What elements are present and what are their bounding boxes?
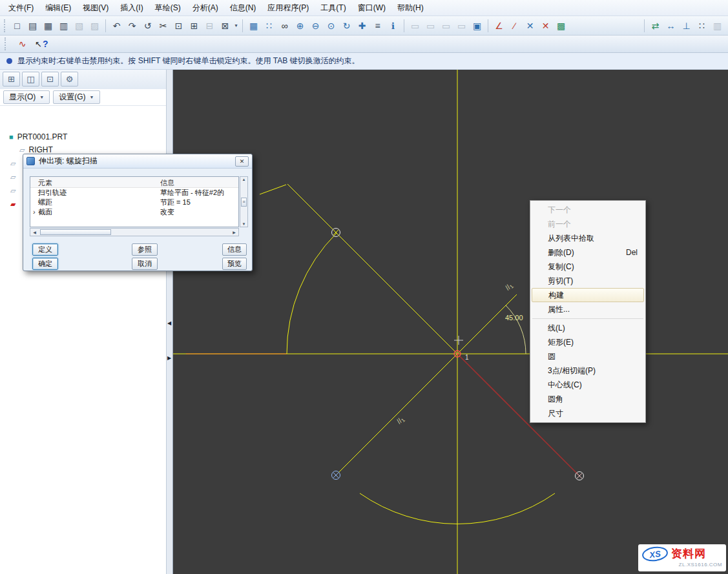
cut-icon[interactable]: ✂ xyxy=(156,19,171,33)
menu-insert[interactable]: 插入(I) xyxy=(114,1,149,15)
dialog-titlebar[interactable]: 伸出项: 螺旋扫描 ✕ xyxy=(23,154,252,169)
toolbar-grip[interactable] xyxy=(5,37,7,50)
print-icon[interactable]: ▥ xyxy=(56,19,71,33)
open-file-icon[interactable]: ▤ xyxy=(25,19,40,33)
context-help-button[interactable]: ↖ ? xyxy=(35,39,48,49)
endpoint-circle-top[interactable] xyxy=(332,229,340,237)
zoom-out-icon[interactable]: ⊖ xyxy=(308,19,323,33)
redo-icon[interactable]: ↷ xyxy=(125,19,140,33)
tree-tab-1-icon[interactable]: ⊞ xyxy=(3,72,20,87)
tree-tab-3-icon[interactable]: ⊡ xyxy=(41,72,59,87)
edge-partial-icon[interactable]: ▥ xyxy=(710,19,725,33)
toolbar-grip[interactable] xyxy=(4,19,6,32)
cancel-button[interactable]: 取消 xyxy=(132,258,158,270)
references-button[interactable]: 参照 xyxy=(132,243,158,256)
context-menu-item-circle[interactable]: 圆 xyxy=(530,349,645,364)
new-file-icon[interactable]: □ xyxy=(10,19,25,33)
table-row[interactable]: ›截面 改变 xyxy=(30,207,238,217)
menu-edit[interactable]: 编辑(E) xyxy=(39,1,77,15)
tree-tab-4-icon[interactable]: ⚙ xyxy=(61,72,78,87)
datum-plane-icon[interactable]: ▱ xyxy=(10,173,16,181)
spectacles-check-icon[interactable]: ∞ xyxy=(277,19,292,33)
context-menu-item-pick-from-list[interactable]: 从列表中拾取 xyxy=(530,231,645,245)
menu-info[interactable]: 信息(N) xyxy=(224,1,262,15)
context-menu-item-fillet[interactable]: 圆角 xyxy=(530,392,645,406)
close-icon[interactable]: ✕ xyxy=(235,156,249,167)
window-display-icon-5[interactable]: ▣ xyxy=(470,19,484,33)
scroll-up-icon[interactable]: ▲ xyxy=(242,178,246,181)
reorient-icon[interactable]: ✚ xyxy=(355,19,369,33)
paste-icon[interactable]: ⊞ xyxy=(187,19,202,33)
menu-help[interactable]: 帮助(H) xyxy=(391,1,430,15)
swap-views-icon[interactable]: ⇄ xyxy=(648,19,663,33)
panel-splitter[interactable]: ◀ ▶ xyxy=(167,70,173,574)
context-menu-item-delete[interactable]: 删除(D) Del xyxy=(530,245,645,260)
endpoint-circle-bottom-right[interactable] xyxy=(576,472,584,480)
context-menu-item-dimension[interactable]: 尺寸 xyxy=(530,406,645,420)
context-menu-item-properties[interactable]: 属性... xyxy=(530,302,645,316)
endpoint-circle-bottom-left[interactable] xyxy=(332,471,340,480)
context-menu-item-rectangle[interactable]: 矩形(E) xyxy=(530,335,645,349)
dims-toggle-icon[interactable]: ∕ xyxy=(507,19,522,33)
save-icon[interactable]: ▦ xyxy=(41,19,56,33)
delete-segment-red-icon[interactable]: ✕ xyxy=(538,19,553,33)
palette-icon[interactable]: ▩ xyxy=(554,19,568,33)
select-rect-icon[interactable]: ⊠ xyxy=(218,19,233,33)
datum-plane-icon[interactable]: ▱ xyxy=(10,159,16,168)
vertex-display-icon[interactable]: ∷ xyxy=(262,19,276,33)
tree-settings-dropdown[interactable]: 设置(G) ▼ xyxy=(53,90,99,104)
angle-dimension-text[interactable]: 45.00 xyxy=(505,314,523,322)
context-menu-item-line[interactable]: 线(L) xyxy=(530,321,645,335)
angle-dimension-arc[interactable] xyxy=(506,305,526,354)
csys-icon[interactable]: ▱ xyxy=(10,187,16,195)
sketch-arc-upper-left[interactable] xyxy=(287,233,337,354)
info-button[interactable]: 信息 xyxy=(222,243,247,256)
undo-icon[interactable]: ↶ xyxy=(109,19,124,33)
collapse-left-icon[interactable]: ◀ xyxy=(167,320,171,326)
menu-applications[interactable]: 应用程序(P) xyxy=(262,1,315,15)
table-vertical-scrollbar[interactable]: ▲ ≡ ▼ xyxy=(240,176,248,227)
menu-tools[interactable]: 工具(T) xyxy=(315,1,351,15)
undo-list-icon[interactable]: ↺ xyxy=(140,19,155,33)
context-menu-item-construct[interactable]: 构建 xyxy=(532,288,644,302)
sketch-display-icon[interactable]: ▦ xyxy=(246,19,261,33)
constraints-toggle-icon[interactable]: ∠ xyxy=(492,19,506,33)
zoom-fit-icon[interactable]: ⊙ xyxy=(324,19,338,33)
tree-item-part[interactable]: ■ PRT0001.PRT xyxy=(0,130,166,143)
scroll-down-icon[interactable]: ▼ xyxy=(242,222,246,226)
menu-analysis[interactable]: 分析(A) xyxy=(187,1,224,15)
tree-tab-2-icon[interactable]: ◫ xyxy=(22,72,39,87)
sketcher-mode-icon[interactable]: ∿ xyxy=(15,37,30,51)
tree-show-dropdown[interactable]: 显示(O) ▼ xyxy=(3,90,50,104)
menu-view[interactable]: 视图(V) xyxy=(77,1,114,15)
copy-icon[interactable]: ⊡ xyxy=(171,19,186,33)
menu-window[interactable]: 窗口(W) xyxy=(352,1,391,15)
zoom-in-icon[interactable]: ⊕ xyxy=(293,19,307,33)
define-button[interactable]: 定义 xyxy=(32,243,58,256)
scrollbar-thumb[interactable]: ≡ xyxy=(241,198,247,207)
context-menu-item-centerline[interactable]: 中心线(C) xyxy=(530,378,645,392)
row-expand-icon[interactable]: › xyxy=(33,207,36,217)
expand-right-icon[interactable]: ▶ xyxy=(167,355,171,361)
menu-file[interactable]: 文件(F) xyxy=(3,1,39,15)
active-feature-icon[interactable]: ▰ xyxy=(10,200,16,209)
scrollbar-thumb[interactable] xyxy=(40,229,111,235)
menu-sketch[interactable]: 草绘(S) xyxy=(149,1,187,15)
layers-icon[interactable]: ≡ xyxy=(370,19,385,33)
preview-button[interactable]: 预览 xyxy=(222,258,247,270)
context-menu-item-copy[interactable]: 复制(C) xyxy=(530,260,645,274)
select-rect-dropdown-caret[interactable]: ▾ xyxy=(233,23,239,28)
datum-toggle-icon[interactable]: ⊥ xyxy=(679,19,694,33)
delete-segment-blue-icon[interactable]: ✕ xyxy=(523,19,537,33)
scroll-right-icon[interactable]: ▶ xyxy=(230,230,238,234)
table-horizontal-scrollbar[interactable]: ◀ ▶ xyxy=(30,228,239,236)
table-row[interactable]: 扫引轨迹 草绘平面 - 特征#2的 xyxy=(30,188,238,198)
scroll-left-icon[interactable]: ◀ xyxy=(30,230,39,234)
repaint-icon[interactable]: ↻ xyxy=(339,19,354,33)
model-info-icon[interactable]: ℹ xyxy=(386,19,400,33)
ok-button[interactable]: 确定 xyxy=(32,258,58,270)
grid-toggle-icon[interactable]: ∷ xyxy=(694,19,709,33)
fit-width-icon[interactable]: ↔ xyxy=(663,19,678,33)
sketch-line-diagonal-cross[interactable] xyxy=(336,294,517,475)
context-menu-item-cut[interactable]: 剪切(T) xyxy=(530,274,645,288)
